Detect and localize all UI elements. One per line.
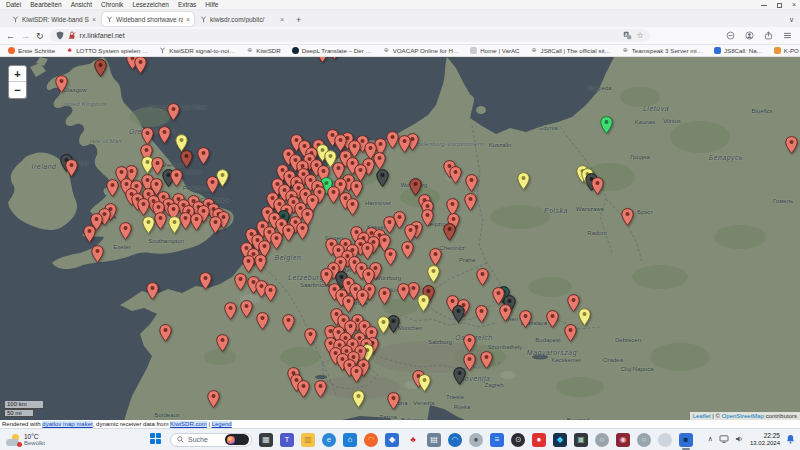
receiver-marker[interactable] <box>397 283 410 301</box>
legend-link[interactable]: Legend <box>212 421 232 427</box>
zoom-in-button[interactable]: + <box>9 66 26 82</box>
osm-link[interactable]: OpenStreetMap <box>722 413 764 419</box>
bookmark-star-icon[interactable]: ☆ <box>636 31 643 40</box>
receiver-marker[interactable] <box>378 287 391 305</box>
receiver-marker[interactable] <box>264 284 277 302</box>
receiver-marker[interactable] <box>352 390 365 408</box>
monitor-icon[interactable] <box>719 435 729 443</box>
receiver-marker[interactable] <box>256 312 269 330</box>
receiver-marker[interactable] <box>384 248 397 266</box>
receiver-marker[interactable] <box>297 380 310 398</box>
camera-darkred-icon[interactable]: ◉ <box>616 433 630 447</box>
tray-clock[interactable]: 22:25 13.02.2024 <box>750 433 780 446</box>
paint-app-icon[interactable]: ◆ <box>385 433 399 447</box>
tab-1[interactable]: KiwiSDR: Wide-band SDR + GP× <box>8 12 100 27</box>
bookmark-item[interactable]: K-PO NM 532 Verstärk… <box>774 47 800 54</box>
receiver-marker[interactable] <box>328 57 341 60</box>
receiver-marker[interactable] <box>158 126 171 144</box>
forward-button[interactable]: → <box>21 31 30 41</box>
share-icon[interactable] <box>764 31 773 40</box>
zoom-out-button[interactable]: − <box>9 82 26 98</box>
receiver-marker[interactable] <box>270 232 283 250</box>
blue-globe-icon[interactable]: ◠ <box>448 433 462 447</box>
receiver-marker[interactable] <box>314 380 327 398</box>
firefox-icon[interactable]: ◠ <box>364 433 378 447</box>
receiver-marker[interactable] <box>159 324 172 342</box>
url-bar[interactable]: rx.linkfanel.net A ☆ <box>50 29 650 42</box>
receiver-marker[interactable] <box>361 242 374 260</box>
bookmark-item[interactable]: JS8Call: Na… <box>714 47 763 54</box>
receiver-marker[interactable] <box>401 241 414 259</box>
translate-icon[interactable]: A <box>623 31 632 40</box>
map[interactable]: GlasgowNewcastle upon TyneDublinSheffiel… <box>0 57 800 428</box>
receiver-marker[interactable] <box>452 305 465 323</box>
receiver-marker[interactable] <box>463 334 476 352</box>
remote-access-icon[interactable]: ● <box>469 433 483 447</box>
receiver-marker[interactable] <box>475 305 488 323</box>
record-app-icon[interactable]: ● <box>532 433 546 447</box>
minimize-button[interactable] <box>761 5 767 6</box>
bookmark-item[interactable]: ⊕JS8Call | The official sit… <box>531 47 611 54</box>
receiver-marker[interactable] <box>377 316 390 334</box>
account-icon[interactable] <box>745 31 754 40</box>
receiver-marker[interactable] <box>168 216 181 234</box>
bookmark-item[interactable]: ⊕KiwiSDR <box>246 47 280 54</box>
receiver-marker[interactable] <box>55 75 68 93</box>
speaker-icon[interactable] <box>735 435 744 443</box>
menu-datei[interactable]: Datei <box>6 1 21 8</box>
dyatlov-link[interactable]: dyatlov map maker <box>42 421 92 427</box>
receiver-marker[interactable] <box>546 310 559 328</box>
receiver-marker[interactable] <box>216 334 229 352</box>
reload-button[interactable]: ↻ <box>36 31 44 41</box>
receiver-marker[interactable] <box>356 289 369 307</box>
bookmark-item[interactable]: DeepL Translate – Der … <box>292 47 372 54</box>
receiver-marker[interactable] <box>65 159 78 177</box>
receiver-marker[interactable] <box>282 314 295 332</box>
edge-icon[interactable]: e <box>322 433 336 447</box>
receiver-marker[interactable] <box>398 135 411 153</box>
tab-close-icon[interactable]: × <box>280 16 284 23</box>
receiver-marker[interactable] <box>621 208 634 226</box>
receiver-marker[interactable] <box>154 212 167 230</box>
pocket-icon[interactable] <box>726 31 735 40</box>
menu-chronik[interactable]: Chronik <box>101 1 123 8</box>
bookmark-item[interactable]: ♣LOTTO System spielen … <box>66 47 148 54</box>
receiver-marker[interactable] <box>180 150 193 168</box>
receiver-marker[interactable] <box>387 392 400 410</box>
taskbar-search[interactable]: Suche <box>170 433 252 447</box>
receiver-marker[interactable] <box>417 294 430 312</box>
menu-hilfe[interactable]: Hilfe <box>205 1 218 8</box>
receiver-marker[interactable] <box>91 245 104 263</box>
photos-dark-icon[interactable]: ▣ <box>574 433 588 447</box>
lotto-clover-icon[interactable]: ♣ <box>406 433 420 447</box>
receiver-marker[interactable] <box>224 302 237 320</box>
tray-chevron-icon[interactable]: ∧ <box>708 435 713 443</box>
receiver-marker[interactable] <box>83 225 96 243</box>
tab-3[interactable]: kiwisdr.com/public/× <box>196 12 288 27</box>
receiver-marker[interactable] <box>240 300 253 318</box>
receiver-marker[interactable] <box>106 179 119 197</box>
notification-bell-icon[interactable] <box>786 434 795 444</box>
receiver-marker[interactable] <box>464 193 477 211</box>
leaflet-link[interactable]: Leaflet <box>693 413 711 419</box>
bookmark-item[interactable]: ⊕Teamspeak 3 Server mi… <box>622 47 703 54</box>
insecure-lock-icon[interactable] <box>68 31 76 40</box>
bookmark-item[interactable]: Erste Schritte <box>8 47 55 54</box>
calculator-icon[interactable]: ▤ <box>427 433 441 447</box>
active-blue-app-icon[interactable]: ■ <box>679 433 693 447</box>
receiver-marker[interactable] <box>207 390 220 408</box>
receiver-marker[interactable] <box>480 351 493 369</box>
receiver-marker[interactable] <box>346 198 359 216</box>
receiver-marker[interactable] <box>429 248 442 266</box>
receiver-marker[interactable] <box>296 222 309 240</box>
receiver-marker[interactable] <box>137 198 150 216</box>
clock-app-icon[interactable]: ⊙ <box>511 433 525 447</box>
receiver-marker[interactable] <box>591 177 604 195</box>
receiver-marker[interactable] <box>519 310 532 328</box>
receiver-marker[interactable] <box>418 374 431 392</box>
teams-icon[interactable]: T <box>280 433 294 447</box>
receiver-marker[interactable] <box>94 59 107 77</box>
shield-app-icon[interactable]: ◆ <box>553 433 567 447</box>
receiver-marker[interactable] <box>119 222 132 240</box>
receiver-marker[interactable] <box>564 324 577 342</box>
